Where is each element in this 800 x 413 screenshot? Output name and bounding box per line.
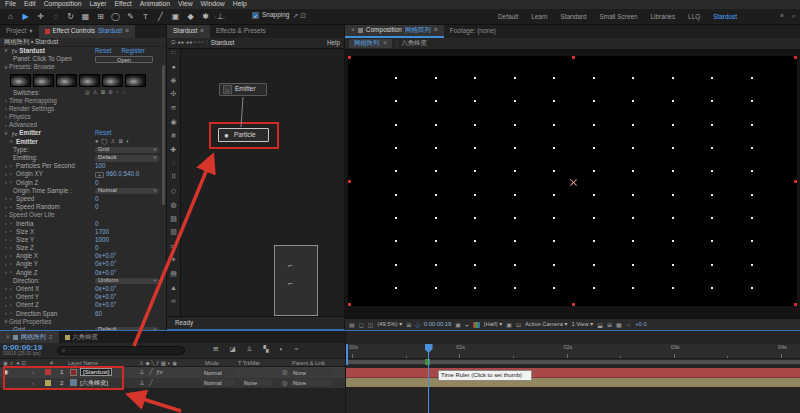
- selection-handle[interactable]: [572, 56, 575, 59]
- motion-blur-icon[interactable]: ◐: [279, 346, 283, 353]
- resolution-dropdown[interactable]: (Half) ▾: [484, 322, 503, 328]
- stopwatch-icon[interactable]: ◔: [9, 270, 16, 275]
- value[interactable]: 0x+0.0°: [95, 294, 117, 300]
- card-node-icon[interactable]: ▭: [167, 242, 180, 256]
- rotate-tool[interactable]: ↻: [66, 13, 75, 21]
- scrollbar[interactable]: [162, 65, 165, 205]
- track-matte-dropdown[interactable]: None▾: [242, 379, 272, 386]
- zoom-level-dropdown[interactable]: (49.5%) ▾: [377, 322, 402, 328]
- roto-brush-tool[interactable]: ✱: [201, 13, 210, 21]
- snow-node-icon[interactable]: ❄: [167, 132, 180, 146]
- stopwatch-icon[interactable]: ◔: [9, 246, 16, 251]
- star-node-icon[interactable]: ✶: [167, 256, 180, 270]
- pickwhip-icon[interactable]: ◎: [282, 369, 287, 375]
- point-target-icon[interactable]: +: [95, 172, 104, 178]
- expand-icon[interactable]: ⊠: [101, 90, 106, 96]
- stopwatch-icon[interactable]: ◔: [9, 303, 16, 308]
- selection-handle[interactable]: [348, 303, 351, 306]
- origin-time-sample-dropdown[interactable]: Normal▾: [95, 188, 159, 195]
- comp-tab-honeycomb[interactable]: 六角蜂窝: [402, 40, 427, 46]
- force-node-icon[interactable]: ❋: [167, 77, 180, 91]
- camera-dropdown[interactable]: Active Camera ▾: [525, 322, 568, 328]
- layer-bar-honeycomb[interactable]: [346, 378, 800, 387]
- tab-stardust[interactable]: Stardust≡: [167, 25, 210, 38]
- render-icon[interactable]: ◎: [85, 90, 90, 96]
- panel-menu-icon[interactable]: ≡: [49, 334, 53, 340]
- waves-node-icon[interactable]: ≋: [167, 104, 180, 118]
- solo-icon[interactable]: ♙: [110, 139, 115, 145]
- preset-thumbnail[interactable]: [79, 74, 100, 87]
- blend-mode-dropdown[interactable]: Normal▾: [202, 369, 235, 376]
- preset-thumbnail[interactable]: [56, 74, 77, 87]
- parent-dropdown[interactable]: None▾: [291, 369, 333, 376]
- view-layout-dropdown[interactable]: 1 View ▾: [571, 322, 593, 328]
- workspace-llq[interactable]: LLQ: [688, 14, 700, 20]
- mini-flowchart-icon[interactable]: ⊞: [213, 346, 218, 353]
- shape-tool[interactable]: ◯: [111, 13, 120, 21]
- twirl-icon[interactable]: ∨: [3, 131, 9, 137]
- parent-dropdown[interactable]: None▾: [291, 379, 333, 386]
- type-dropdown[interactable]: Grid▾: [95, 147, 159, 154]
- stopwatch-icon[interactable]: ◔: [9, 172, 16, 177]
- workspace-search-icon[interactable]: ⌕: [792, 13, 796, 20]
- menu-help[interactable]: Help: [233, 1, 247, 8]
- value[interactable]: 0: [95, 180, 99, 186]
- selection-handle[interactable]: [348, 180, 351, 183]
- value[interactable]: 60: [95, 311, 102, 317]
- workspace-libraries[interactable]: Libraries: [651, 14, 676, 20]
- emitter-node-icon[interactable]: ∷: [167, 49, 180, 63]
- timeline-search-input[interactable]: ⌕: [57, 346, 185, 355]
- fast-previews-icon[interactable]: ⬓: [597, 322, 603, 328]
- particle-node-icon[interactable]: ●: [167, 63, 180, 77]
- selection-handle[interactable]: [794, 303, 797, 306]
- draft-3d-icon[interactable]: ◪: [229, 346, 235, 353]
- cone-node-icon[interactable]: ▲: [167, 284, 180, 298]
- selection-handle[interactable]: [348, 56, 351, 59]
- selection-handle[interactable]: [794, 180, 797, 183]
- texture-node-icon[interactable]: ▥: [167, 228, 180, 242]
- group-physics[interactable]: ›Physics: [0, 113, 166, 121]
- stopwatch-icon[interactable]: ◔: [9, 254, 16, 259]
- stopwatch-icon[interactable]: ◔: [9, 262, 16, 267]
- menu-effect[interactable]: Effect: [114, 1, 131, 8]
- bars-node-icon[interactable]: ▤: [167, 270, 180, 284]
- close-icon[interactable]: ×: [351, 27, 355, 34]
- turbulence-node-icon[interactable]: ✣: [167, 90, 180, 104]
- menu-file[interactable]: File: [5, 1, 16, 8]
- mask-visibility-icon[interactable]: ◇: [415, 322, 420, 328]
- value[interactable]: 1700: [95, 229, 109, 235]
- group-grid-properties[interactable]: ∨Grid Properties: [0, 318, 166, 326]
- workspace-overflow-icon[interactable]: »: [780, 13, 784, 20]
- half-icon[interactable]: ◐: [126, 139, 129, 145]
- group-render-settings[interactable]: ›Render Settings: [0, 105, 166, 113]
- open-button[interactable]: Open: [95, 56, 153, 63]
- panel-menu-icon[interactable]: ≡: [125, 28, 129, 35]
- reset-link[interactable]: Reset: [95, 48, 111, 54]
- stopwatch-icon[interactable]: ◔: [9, 295, 16, 300]
- selection-handle[interactable]: [794, 56, 797, 59]
- work-area-bar[interactable]: [346, 359, 800, 365]
- workspace-small-screen[interactable]: Small Screen: [600, 14, 638, 20]
- fill-circle-icon[interactable]: ●: [95, 139, 98, 145]
- time-ruler[interactable]: 00s01s02s03s04s: [346, 344, 800, 359]
- mute-icon[interactable]: ⊘: [108, 90, 113, 96]
- frame-blend-icon[interactable]: ▚: [263, 346, 268, 353]
- twirl-icon[interactable]: ∨: [3, 48, 9, 54]
- shy-icon[interactable]: ♙: [139, 369, 145, 375]
- group-advanced[interactable]: ›Advanced: [0, 121, 166, 129]
- choose-grid-icon[interactable]: ⊞: [406, 322, 411, 328]
- always-preview-icon[interactable]: ▤: [349, 322, 355, 328]
- channels-icon[interactable]: [473, 322, 480, 328]
- current-time-display[interactable]: 0:00:00:19 00019 (25.00 fps): [3, 344, 55, 357]
- stopwatch-icon[interactable]: ◔: [9, 311, 16, 316]
- stardust-toolbar-icons[interactable]: ⊡ ◂ ▸ ◂ ▸ ▫ ▫ ▫: [171, 40, 203, 46]
- grid-node-icon[interactable]: ⠿: [167, 173, 180, 187]
- model-node-icon[interactable]: ◇: [167, 187, 180, 201]
- brush-tool[interactable]: ╱: [156, 13, 165, 21]
- menu-animation[interactable]: Animation: [140, 1, 170, 8]
- home-icon[interactable]: ⌂: [6, 13, 15, 21]
- box3-icon[interactable]: ▫: [201, 39, 203, 45]
- stopwatch-icon[interactable]: ◔: [9, 287, 16, 292]
- value[interactable]: 0x+0.0°: [95, 302, 117, 308]
- tab-composition[interactable]: × Composition 网格阵列 ≡: [345, 25, 444, 38]
